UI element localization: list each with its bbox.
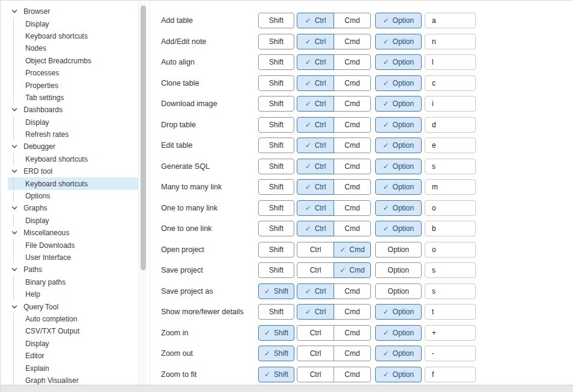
sidebar-item-browser[interactable]: Browser (8, 5, 138, 17)
chevron-down-icon[interactable] (9, 144, 20, 150)
ctrl-toggle[interactable]: ✓Ctrl (297, 159, 334, 174)
sidebar-item-user-interface[interactable]: User Interface (8, 251, 138, 264)
chevron-down-icon[interactable] (9, 8, 20, 14)
sidebar-item-keyboard-shortcuts[interactable]: Keyboard shortcuts (8, 177, 138, 189)
sidebar-item-nodes[interactable]: Nodes (8, 42, 138, 54)
shift-toggle[interactable]: Shift (258, 54, 294, 70)
sidebar-item-display[interactable]: Display (8, 116, 138, 128)
shift-toggle[interactable]: Shift (258, 242, 294, 258)
ctrl-toggle[interactable]: ✓Ctrl (297, 221, 334, 236)
sidebar-item-paths[interactable]: Paths (8, 264, 138, 276)
shift-toggle[interactable]: Shift (258, 159, 294, 174)
cmd-toggle[interactable]: Cmd (334, 96, 371, 112)
option-toggle[interactable]: ✓Option (375, 54, 422, 70)
key-input[interactable] (425, 34, 476, 49)
shift-toggle[interactable]: Shift (258, 262, 294, 278)
cmd-toggle[interactable]: Cmd (334, 75, 371, 91)
shift-toggle[interactable]: Shift (258, 13, 294, 28)
option-toggle[interactable]: ✓Option (375, 346, 422, 361)
key-input[interactable] (425, 304, 476, 320)
option-toggle[interactable]: Option (375, 242, 422, 258)
ctrl-toggle[interactable]: ✓Ctrl (297, 138, 334, 153)
sidebar-item-graphs[interactable]: Graphs (8, 202, 138, 214)
key-input[interactable] (425, 262, 476, 278)
option-toggle[interactable]: Option (375, 262, 422, 278)
cmd-toggle[interactable]: Cmd (334, 200, 371, 216)
option-toggle[interactable]: ✓Option (375, 13, 422, 28)
key-input[interactable] (425, 13, 476, 28)
sidebar-item-display[interactable]: Display (8, 17, 138, 30)
shift-toggle[interactable]: Shift (258, 75, 294, 91)
cmd-toggle[interactable]: Cmd (334, 138, 371, 153)
shift-toggle[interactable]: Shift (258, 117, 294, 133)
ctrl-toggle[interactable]: Ctrl (297, 346, 334, 361)
shift-toggle[interactable]: ✓Shift (258, 367, 294, 382)
cmd-toggle[interactable]: Cmd (334, 304, 371, 320)
sidebar-item-keyboard-shortcuts[interactable]: Keyboard shortcuts (8, 153, 138, 165)
cmd-toggle[interactable]: Cmd (334, 179, 371, 195)
sidebar-item-editor[interactable]: Editor (8, 350, 138, 362)
shift-toggle[interactable]: Shift (258, 200, 294, 216)
sidebar-item-help[interactable]: Help (8, 288, 138, 300)
ctrl-toggle[interactable]: Ctrl (297, 242, 334, 258)
shift-toggle[interactable]: Shift (258, 179, 294, 195)
ctrl-toggle[interactable]: ✓Ctrl (297, 75, 334, 91)
key-input[interactable] (425, 200, 476, 216)
key-input[interactable] (425, 75, 476, 91)
sidebar-item-miscellaneous[interactable]: Miscellaneous (8, 227, 138, 239)
chevron-down-icon[interactable] (9, 107, 20, 113)
ctrl-toggle[interactable]: ✓Ctrl (297, 179, 334, 195)
sidebar-item-explain[interactable]: Explain (8, 362, 138, 374)
key-input[interactable] (425, 346, 476, 361)
shift-toggle[interactable]: Shift (258, 221, 294, 236)
sidebar-item-display[interactable]: Display (8, 338, 138, 350)
cmd-toggle[interactable]: Cmd (334, 34, 371, 49)
option-toggle[interactable]: ✓Option (375, 325, 422, 341)
sidebar-item-query-tool[interactable]: Query Tool (8, 300, 138, 312)
shift-toggle[interactable]: Shift (258, 138, 294, 153)
key-input[interactable] (425, 283, 476, 299)
key-input[interactable] (425, 117, 476, 133)
key-input[interactable] (425, 221, 476, 236)
chevron-down-icon[interactable] (9, 168, 20, 174)
option-toggle[interactable]: ✓Option (375, 159, 422, 174)
cmd-toggle[interactable]: Cmd (334, 13, 371, 28)
sidebar-item-erd-tool[interactable]: ERD tool (8, 165, 138, 177)
ctrl-toggle[interactable]: ✓Ctrl (297, 283, 334, 299)
cmd-toggle[interactable]: Cmd (334, 283, 371, 299)
key-input[interactable] (425, 367, 476, 382)
shift-toggle[interactable]: Shift (258, 34, 294, 49)
key-input[interactable] (425, 325, 476, 341)
ctrl-toggle[interactable]: ✓Ctrl (297, 96, 334, 112)
shift-toggle[interactable]: Shift (258, 304, 294, 320)
key-input[interactable] (425, 159, 476, 174)
option-toggle[interactable]: Option (375, 283, 422, 299)
cmd-toggle[interactable]: Cmd (334, 54, 371, 70)
ctrl-toggle[interactable]: Ctrl (297, 367, 334, 382)
chevron-down-icon[interactable] (9, 267, 20, 273)
option-toggle[interactable]: ✓Option (375, 138, 422, 153)
option-toggle[interactable]: ✓Option (375, 75, 422, 91)
option-toggle[interactable]: ✓Option (375, 117, 422, 133)
key-input[interactable] (425, 54, 476, 70)
key-input[interactable] (425, 242, 476, 258)
sidebar-item-options[interactable]: Options (8, 190, 138, 202)
sidebar-item-csv-txt-output[interactable]: CSV/TXT Output (8, 325, 138, 337)
option-toggle[interactable]: ✓Option (375, 179, 422, 195)
cmd-toggle[interactable]: Cmd (334, 159, 371, 174)
option-toggle[interactable]: ✓Option (375, 221, 422, 236)
key-input[interactable] (425, 179, 476, 195)
option-toggle[interactable]: ✓Option (375, 96, 422, 112)
cmd-toggle[interactable]: Cmd (334, 346, 371, 361)
ctrl-toggle[interactable]: Ctrl (297, 325, 334, 341)
sidebar-item-keyboard-shortcuts[interactable]: Keyboard shortcuts (8, 30, 138, 42)
sidebar-item-file-downloads[interactable]: File Downloads (8, 239, 138, 251)
ctrl-toggle[interactable]: ✓Ctrl (297, 117, 334, 133)
sidebar-item-debugger[interactable]: Debugger (8, 141, 138, 153)
sidebar-item-display[interactable]: Display (8, 215, 138, 227)
sidebar-item-tab-settings[interactable]: Tab settings (8, 92, 138, 104)
option-toggle[interactable]: ✓Option (375, 200, 422, 216)
shift-toggle[interactable]: Shift (258, 96, 294, 112)
cmd-toggle[interactable]: Cmd (334, 221, 371, 236)
sidebar-item-processes[interactable]: Processes (8, 67, 138, 79)
